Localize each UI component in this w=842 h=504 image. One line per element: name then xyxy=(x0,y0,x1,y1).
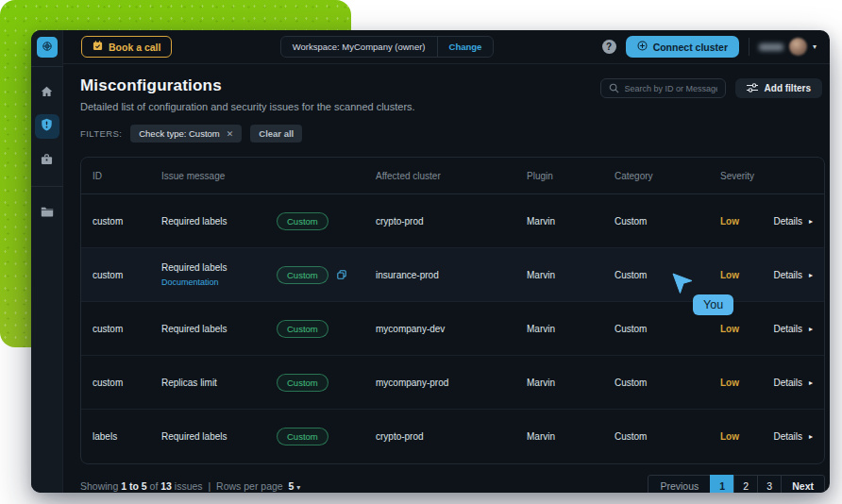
details-button[interactable]: Details ▸ xyxy=(773,378,813,388)
cell-cluster: crypto-prod xyxy=(376,216,527,227)
table-row[interactable]: custom Required labels Custom crypto-pro… xyxy=(81,194,824,248)
cell-plugin: Marvin xyxy=(527,324,615,334)
help-icon[interactable]: ? xyxy=(602,40,616,54)
sidebar-item-misconfigurations[interactable] xyxy=(35,114,59,139)
details-button[interactable]: Details ▸ xyxy=(773,324,813,334)
folder-icon xyxy=(41,204,54,221)
caret-right-icon: ▸ xyxy=(809,325,813,333)
sidebar-item-workloads[interactable] xyxy=(35,148,59,173)
copy-icon xyxy=(337,268,346,282)
cell-id: labels xyxy=(93,431,161,442)
issue-message: Required labels xyxy=(161,324,277,334)
search-box[interactable] xyxy=(600,78,726,98)
cell-plugin: Marvin xyxy=(527,378,615,388)
pagination-page-1[interactable]: 1 xyxy=(710,475,734,493)
details-button[interactable]: Details ▸ xyxy=(773,216,813,227)
showing-prefix: Showing xyxy=(80,480,118,492)
add-filters-button[interactable]: Add filters xyxy=(735,78,822,98)
sliders-icon xyxy=(747,83,758,94)
cell-message: Required labels Custom xyxy=(161,212,376,230)
details-button[interactable]: Details ▸ xyxy=(773,270,813,280)
details-button[interactable]: Details ▸ xyxy=(773,431,813,442)
search-icon xyxy=(609,80,619,97)
connect-cluster-label: Connect cluster xyxy=(653,42,728,53)
custom-badge: Custom xyxy=(277,266,328,284)
header-actions: Add filters xyxy=(600,78,822,98)
cell-cluster: crypto-prod xyxy=(376,431,527,442)
sidebar xyxy=(31,30,63,493)
page-title: Misconfigurations xyxy=(80,76,415,95)
details-label: Details xyxy=(773,216,802,227)
add-filters-label: Add filters xyxy=(765,83,811,93)
cell-category: Custom xyxy=(615,270,720,280)
custom-badge: Custom xyxy=(277,374,328,392)
filter-chip-check-type[interactable]: Check type: Custom ✕ xyxy=(130,125,242,143)
issue-message: Required labels xyxy=(161,216,277,227)
cell-category: Custom xyxy=(615,378,720,388)
search-input[interactable] xyxy=(625,84,717,93)
details-label: Details xyxy=(773,270,802,280)
briefcase-icon xyxy=(41,152,53,169)
col-header-message: Issue message xyxy=(161,171,376,181)
severity-badge: Low xyxy=(720,270,772,280)
caret-right-icon: ▸ xyxy=(809,378,813,387)
documentation-link[interactable]: Documentation xyxy=(161,277,277,287)
cell-plugin: Marvin xyxy=(527,270,615,280)
book-a-call-button[interactable]: Book a call xyxy=(81,36,172,58)
cell-category: Custom xyxy=(615,216,720,227)
issue-message: Required labels xyxy=(161,262,277,273)
table-row[interactable]: custom Required labels Custom mycompany-… xyxy=(81,302,824,356)
connect-cluster-button[interactable]: Connect cluster xyxy=(626,36,739,58)
sidebar-item-projects[interactable] xyxy=(35,200,59,225)
cell-id: custom xyxy=(93,216,161,227)
table-row[interactable]: custom Required labels Documentation Cus… xyxy=(81,248,824,302)
cell-category: Custom xyxy=(615,324,720,334)
workspace-change-button[interactable]: Change xyxy=(437,37,494,57)
showing-of: of xyxy=(150,480,159,492)
severity-badge: Low xyxy=(720,324,772,334)
avatar xyxy=(789,38,807,56)
col-header-category: Category xyxy=(615,171,720,181)
custom-badge: Custom xyxy=(277,320,328,338)
pagination-previous-button[interactable]: Previous xyxy=(648,475,711,493)
cell-cluster: mycompany-dev xyxy=(376,324,527,334)
sidebar-item-home[interactable] xyxy=(35,80,59,105)
plus-circle-icon xyxy=(637,41,648,53)
chip-close-icon[interactable]: ✕ xyxy=(227,129,234,139)
col-header-id: ID xyxy=(93,171,161,181)
user-name-blurred xyxy=(759,43,783,51)
shield-alert-icon xyxy=(41,118,53,135)
cell-message: Replicas limit Custom xyxy=(161,374,376,392)
chevron-down-icon[interactable]: ▾ xyxy=(296,483,300,492)
filters-label: FILTERS: xyxy=(80,128,122,139)
cell-cluster: mycompany-prod xyxy=(376,378,527,388)
issue-message: Required labels xyxy=(161,431,277,442)
cell-id: custom xyxy=(93,324,161,334)
app-logo[interactable] xyxy=(37,37,58,58)
pagination-page-2[interactable]: 2 xyxy=(733,475,758,493)
misconfigurations-table: ID Issue message Affected cluster Plugin… xyxy=(80,157,825,464)
cell-message: Required labels Documentation Custom xyxy=(161,262,376,287)
copy-button[interactable] xyxy=(337,268,346,282)
cell-plugin: Marvin xyxy=(527,216,615,227)
pagination-next-button[interactable]: Next xyxy=(781,475,825,493)
details-label: Details xyxy=(773,378,802,388)
showing-total: 13 xyxy=(160,480,172,492)
filters-row: FILTERS: Check type: Custom ✕ Clear all xyxy=(80,125,822,143)
calendar-check-icon xyxy=(93,41,103,53)
clear-all-button[interactable]: Clear all xyxy=(250,125,302,143)
table-header-row: ID Issue message Affected cluster Plugin… xyxy=(81,158,824,194)
user-menu[interactable]: ▾ xyxy=(749,38,817,56)
main-area: Book a call Workspace: MyCompany (owner)… xyxy=(63,30,830,493)
col-header-cluster: Affected cluster xyxy=(376,171,527,181)
logo-globe-icon xyxy=(42,39,53,56)
page-subtitle: Detailed list of configuration and secur… xyxy=(80,101,415,112)
topbar-right-group: ? Connect cluster ▾ xyxy=(602,36,817,58)
pagination-page-3[interactable]: 3 xyxy=(757,475,782,493)
table-row[interactable]: labels Required labels Custom crypto-pro… xyxy=(81,410,824,463)
table-row[interactable]: custom Replicas limit Custom mycompany-p… xyxy=(81,356,824,410)
issue-message: Replicas limit xyxy=(161,378,277,388)
severity-badge: Low xyxy=(720,378,772,388)
cell-category: Custom xyxy=(615,431,720,442)
rows-per-page-select[interactable]: 5 xyxy=(289,480,295,492)
